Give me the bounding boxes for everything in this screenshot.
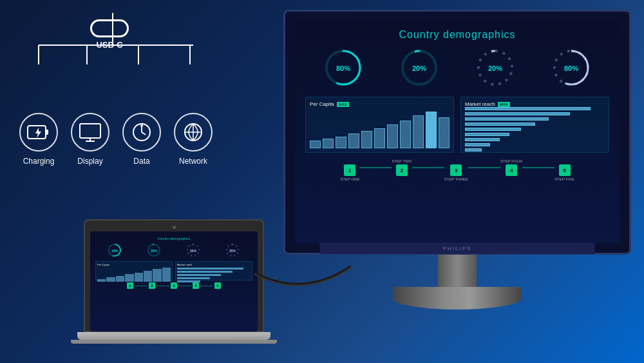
circle-value-2: 20% — [412, 64, 426, 72]
laptop-step-1: 1 — [127, 282, 133, 289]
network-item: Network — [169, 113, 218, 166]
svg-text:20%: 20% — [190, 249, 197, 253]
laptop-circle-3: 20% — [185, 242, 202, 259]
circle-stat-3: 20% — [475, 47, 516, 89]
steps-row: 1 STEP ONE STEP TWO 2 3 STEP THREE — [305, 159, 609, 181]
laptop-circle-4: 35% — [225, 242, 241, 259]
step-5: 5 STEP FIVE — [554, 159, 574, 181]
laptop-bar-chart: Per Capita — [95, 261, 173, 280]
data-label: Data — [133, 157, 149, 166]
cable-container — [254, 260, 351, 299]
data-icon — [130, 121, 153, 144]
circle-value-3: 20% — [488, 64, 502, 72]
circle-stat-2: 20% — [399, 47, 440, 89]
monitor-stand-neck — [438, 255, 477, 287]
bar-2 — [323, 139, 334, 148]
monitor-screen: Country demographics 80% — [295, 21, 620, 243]
svg-text:20%: 20% — [151, 249, 158, 253]
charts-row: Per Capita MAX — [305, 97, 609, 153]
hbar-8 — [465, 143, 605, 146]
data-item: Data — [118, 113, 166, 166]
step-line-1 — [359, 167, 392, 168]
laptop-base — [77, 332, 270, 340]
hbar-7 — [465, 138, 605, 141]
bar-1 — [310, 141, 321, 148]
data-icon-circle — [122, 113, 161, 152]
svg-rect-7 — [46, 130, 48, 135]
monitor-stand-base — [393, 287, 522, 309]
display-label: Display — [77, 157, 102, 166]
hbar-5 — [465, 128, 605, 131]
bar-11 — [439, 117, 450, 148]
dashboard-title: Country demographics — [305, 29, 609, 41]
bar-chart — [310, 110, 450, 148]
hbar-2 — [465, 112, 605, 115]
network-icon-circle — [174, 113, 213, 152]
svg-rect-9 — [80, 124, 100, 138]
laptop-bottom — [71, 340, 277, 344]
step-2: STEP TWO 2 — [392, 159, 412, 181]
charging-item: Charging — [15, 113, 63, 166]
circle-stat-1: 80% — [323, 47, 365, 89]
laptop-dashboard-title: Country demographics — [95, 237, 252, 240]
hbar-chart-max-badge: MAX — [498, 102, 510, 107]
step-1: 1 STEP ONE — [340, 159, 359, 181]
circle-value-1: 80% — [336, 64, 350, 72]
network-label: Network — [179, 157, 207, 166]
bar-3 — [336, 137, 346, 148]
laptop-step-4: 4 — [193, 282, 199, 289]
bar-chart-max-badge: MAX — [337, 102, 349, 107]
svg-text:35%: 35% — [229, 249, 236, 253]
laptop-step-5: 5 — [214, 282, 221, 289]
bar-7 — [387, 124, 398, 148]
monitor-frame: PHILIPS Country demographics 80% — [283, 10, 631, 255]
monitor-brand-bar: PHILIPS — [319, 242, 594, 254]
display-item: Display — [66, 113, 115, 166]
bar-chart-container: Per Capita MAX — [305, 97, 454, 153]
bar-9 — [413, 115, 424, 148]
laptop-hbar-chart: Market reach — [175, 261, 252, 280]
bar-4 — [348, 133, 359, 148]
circle-value-4: 80% — [564, 64, 578, 72]
bar-5 — [361, 131, 372, 148]
charging-label: Charging — [23, 157, 55, 166]
usbc-panel: USB-C Charging — [13, 13, 232, 219]
step-line-4 — [522, 167, 554, 168]
step-line-3 — [468, 167, 500, 168]
step-line-2 — [412, 167, 444, 168]
step-4: STEP FOUR 4 — [500, 159, 522, 181]
hbar-4 — [465, 123, 605, 126]
hbar-9 — [465, 148, 605, 152]
circle-stat-4: 80% — [551, 47, 592, 89]
svg-marker-8 — [35, 128, 41, 138]
laptop-circles: 18% 20% 20% 35% — [95, 242, 252, 259]
tree-lines — [13, 13, 219, 90]
laptop-charts: Per Capita Market reach — [95, 261, 252, 280]
philips-logo: PHILIPS — [443, 246, 472, 251]
laptop-container: Country demographics 18% 20% 20% — [84, 219, 264, 344]
laptop-steps: 1 2 3 4 5 — [95, 282, 252, 289]
step-3: 3 STEP THREE — [444, 159, 468, 181]
hbar-6 — [465, 133, 605, 136]
hbar-3 — [465, 117, 605, 121]
laptop-step-3: 3 — [171, 282, 177, 289]
charging-icon — [27, 123, 50, 141]
display-icon — [79, 122, 102, 142]
charging-icon-circle — [19, 113, 58, 152]
bar-chart-title: Per Capita MAX — [310, 101, 450, 107]
network-icon — [182, 121, 205, 144]
icons-row: Charging Display — [13, 113, 219, 166]
h-bar-chart — [465, 110, 605, 148]
cable-svg — [254, 260, 351, 299]
laptop-circle-1: 18% — [107, 242, 123, 259]
circles-row: 80% 20% 20% — [305, 47, 609, 89]
svg-text:18%: 18% — [111, 249, 118, 253]
hbar-chart-container: Market reach MAX — [460, 97, 609, 153]
display-icon-circle — [71, 113, 109, 152]
hbar-1 — [465, 107, 605, 110]
bar-10 — [426, 112, 437, 148]
laptop-step-2: 2 — [149, 282, 155, 289]
laptop-bars — [97, 268, 171, 282]
bar-8 — [400, 121, 411, 148]
bar-6 — [374, 128, 385, 148]
